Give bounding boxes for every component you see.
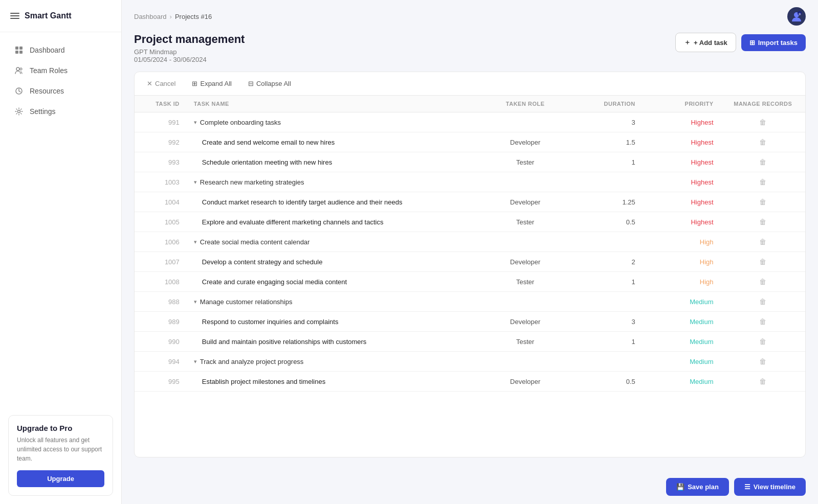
taken-role-cell: Developer [473,132,578,152]
chevron-icon[interactable]: ▾ [194,299,197,305]
cancel-button[interactable]: ✕ Cancel [143,77,180,90]
taken-role-cell: Tester [473,152,578,172]
task-name-cell: Respond to customer inquiries and compla… [187,312,473,332]
upgrade-title: Upgrade to Pro [17,424,104,432]
task-name-cell: ▾ Track and analyze project progress [187,352,473,372]
delete-icon[interactable]: 🗑 [759,357,766,365]
task-name-cell: Create and curate engaging social media … [187,272,473,292]
col-duration: DURATION [577,96,642,112]
table-row: 1003 ▾ Research new marketing strategies… [135,172,805,192]
resources-icon [14,86,24,96]
chevron-icon[interactable]: ▾ [194,358,197,365]
upgrade-button[interactable]: Upgrade [17,470,104,487]
sidebar-item-resources-label: Resources [30,87,64,95]
task-id-cell: 1008 [135,272,187,292]
avatar[interactable]: ◎ [787,7,806,26]
duration-cell: 1.5 [577,132,642,152]
expand-all-button[interactable]: ⊞ Expand All [188,77,235,90]
manage-records-cell: 🗑 [721,292,806,312]
priority-cell: Highest [643,152,721,172]
team-roles-icon [14,66,24,75]
task-name-cell: Explore and evaluate different marketing… [187,212,473,232]
priority-cell: Highest [643,172,721,192]
delete-icon[interactable]: 🗑 [759,158,766,166]
priority-cell: Medium [643,372,721,392]
task-id-cell: 992 [135,132,187,152]
breadcrumb-dashboard[interactable]: Dashboard [134,13,167,20]
sidebar-nav: Dashboard Team Roles Resources [0,32,121,407]
delete-icon[interactable]: 🗑 [759,377,766,385]
import-tasks-label: Import tasks [758,39,798,47]
sidebar-item-settings[interactable]: Settings [4,102,117,121]
chevron-icon[interactable]: ▾ [194,239,197,245]
delete-icon[interactable]: 🗑 [759,337,766,346]
task-id-cell: 988 [135,292,187,312]
delete-icon[interactable]: 🗑 [759,258,766,266]
task-table: TASK ID TASK NAME TAKEN ROLE DURATION PR… [135,96,805,457]
table-container: ✕ Cancel ⊞ Expand All ⊟ Collapse All TAS… [134,72,806,457]
header-actions: ＋ + Add task ⊞ Import tasks [675,33,806,52]
collapse-all-button[interactable]: ⊟ Collapse All [244,77,295,90]
task-id-cell: 1003 [135,172,187,192]
table-row: 1007 Develop a content strategy and sche… [135,252,805,272]
save-icon: 💾 [676,483,684,491]
table-row: 990 Build and maintain positive relation… [135,332,805,352]
sidebar-item-dashboard[interactable]: Dashboard [4,40,117,60]
import-icon: ⊞ [749,39,755,47]
priority-cell: Highest [643,212,721,232]
manage-records-cell: 🗑 [721,272,806,292]
view-timeline-button[interactable]: ☰ View timeline [734,478,806,496]
project-header: Project management GPT Mindmap 01/05/202… [122,33,818,72]
project-title: Project management [134,33,245,46]
add-task-button[interactable]: ＋ + Add task [675,33,736,52]
delete-icon[interactable]: 🗑 [759,118,766,126]
task-id-cell: 1005 [135,212,187,232]
table-toolbar: ✕ Cancel ⊞ Expand All ⊟ Collapse All [135,72,805,96]
manage-records-cell: 🗑 [721,152,806,172]
app-name: Smart Gantt [25,11,72,20]
col-taken-role: TAKEN ROLE [473,96,578,112]
sidebar-item-resources[interactable]: Resources [4,81,117,101]
taken-role-cell [473,292,578,312]
chevron-icon[interactable]: ▾ [194,119,197,126]
chevron-icon[interactable]: ▾ [194,179,197,186]
taken-role-cell [473,232,578,252]
breadcrumb-separator: › [170,13,172,20]
manage-records-cell: 🗑 [721,112,806,132]
settings-icon [14,107,24,116]
add-task-label: + Add task [694,39,727,47]
sidebar-item-team-roles[interactable]: Team Roles [4,61,117,80]
table-row: 1004 Conduct market research to identify… [135,192,805,212]
priority-cell: Medium [643,292,721,312]
manage-records-cell: 🗑 [721,312,806,332]
delete-icon[interactable]: 🗑 [759,178,766,186]
delete-icon[interactable]: 🗑 [759,218,766,226]
sidebar-item-team-roles-label: Team Roles [30,66,68,75]
delete-icon[interactable]: 🗑 [759,238,766,246]
task-name-cell: Build and maintain positive relationship… [187,332,473,352]
project-info: Project management GPT Mindmap 01/05/202… [134,33,245,63]
delete-icon[interactable]: 🗑 [759,297,766,306]
duration-cell [577,352,642,372]
duration-cell: 3 [577,312,642,332]
delete-icon[interactable]: 🗑 [759,278,766,286]
topbar: Dashboard › Projects #16 ◎ [122,0,818,33]
table-row: 988 ▾ Manage customer relationships Medi… [135,292,805,312]
breadcrumb: Dashboard › Projects #16 [134,13,212,20]
hamburger-menu-icon[interactable] [10,13,19,19]
view-timeline-label: View timeline [754,483,795,491]
manage-records-cell: 🗑 [721,352,806,372]
table-row: 1005 Explore and evaluate different mark… [135,212,805,232]
delete-icon[interactable]: 🗑 [759,198,766,206]
delete-icon[interactable]: 🗑 [759,138,766,146]
expand-all-label: Expand All [200,80,231,87]
save-plan-button[interactable]: 💾 Save plan [666,478,729,496]
priority-cell: High [643,232,721,252]
sidebar-logo[interactable]: Smart Gantt [0,0,121,32]
save-plan-label: Save plan [688,483,719,491]
duration-cell: 2 [577,252,642,272]
duration-cell: 0.5 [577,372,642,392]
delete-icon[interactable]: 🗑 [759,317,766,326]
upgrade-description: Unlock all features and get unlimited ac… [17,436,104,463]
import-tasks-button[interactable]: ⊞ Import tasks [741,34,806,51]
